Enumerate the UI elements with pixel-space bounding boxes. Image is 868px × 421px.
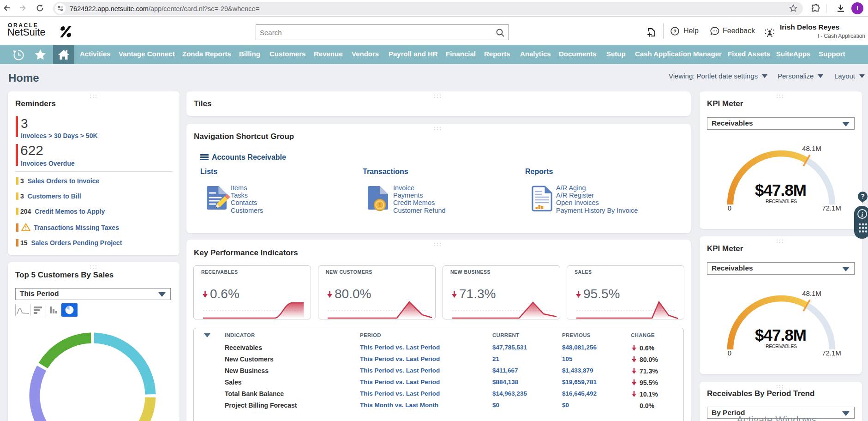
svg-text:72.1M: 72.1M bbox=[822, 349, 841, 357]
svg-text:48.1M: 48.1M bbox=[802, 144, 821, 152]
svg-text:0: 0 bbox=[728, 349, 731, 357]
svg-text:0: 0 bbox=[728, 204, 731, 212]
svg-text:$47.8M: $47.8M bbox=[755, 181, 807, 199]
svg-text:RECEIVABLES: RECEIVABLES bbox=[766, 343, 797, 349]
svg-text:$47.8M: $47.8M bbox=[755, 326, 807, 344]
svg-text:?: ? bbox=[673, 29, 676, 34]
svg-text:48.1M: 48.1M bbox=[802, 289, 821, 297]
svg-text:1: 1 bbox=[378, 202, 382, 209]
svg-text:RECEIVABLES: RECEIVABLES bbox=[766, 198, 797, 204]
svg-text:72.1M: 72.1M bbox=[822, 204, 841, 212]
